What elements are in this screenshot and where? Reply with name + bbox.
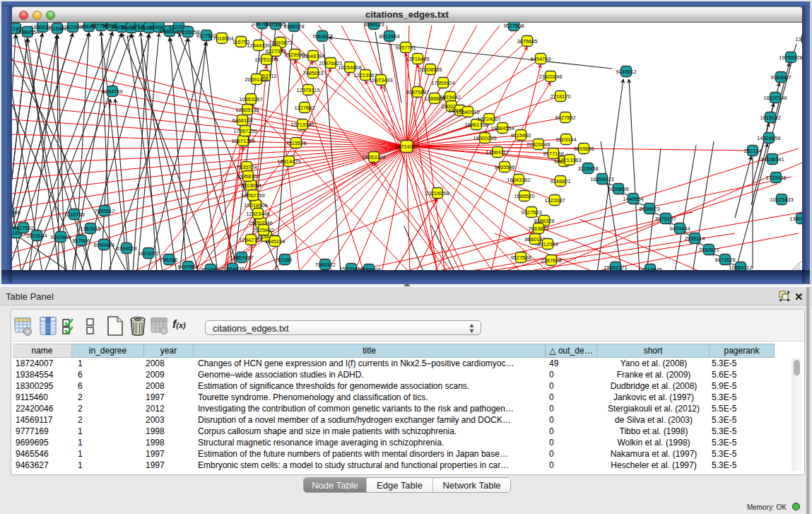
svg-text:16154808: 16154808 xyxy=(338,64,361,71)
svg-text:12375115: 12375115 xyxy=(297,87,320,93)
svg-text:2935114: 2935114 xyxy=(685,235,705,242)
svg-text:8813054: 8813054 xyxy=(240,182,261,189)
svg-text:10653267: 10653267 xyxy=(239,96,262,103)
svg-text:12823446: 12823446 xyxy=(246,211,269,217)
svg-text:9457791: 9457791 xyxy=(395,45,416,51)
svg-text:21364436: 21364436 xyxy=(220,266,244,271)
svg-text:13495794: 13495794 xyxy=(789,216,802,222)
svg-text:817006: 817006 xyxy=(72,238,90,244)
svg-text:9465546: 9465546 xyxy=(494,164,514,170)
svg-text:16782759: 16782759 xyxy=(241,192,264,199)
svg-text:14524856: 14524856 xyxy=(757,135,780,141)
svg-text:12093873: 12093873 xyxy=(269,40,292,46)
svg-text:9474444: 9474444 xyxy=(669,226,690,232)
svg-text:8454749: 8454749 xyxy=(102,88,122,95)
svg-text:9242848: 9242848 xyxy=(50,234,71,240)
svg-text:8427552: 8427552 xyxy=(13,225,33,231)
svg-text:8454749: 8454749 xyxy=(530,56,551,62)
svg-text:16914479: 16914479 xyxy=(277,158,300,165)
svg-text:1733426: 1733426 xyxy=(765,175,786,181)
svg-text:8660123: 8660123 xyxy=(363,23,384,28)
svg-text:8912954: 8912954 xyxy=(379,33,399,40)
svg-text:6497568: 6497568 xyxy=(177,264,198,270)
svg-text:7955812: 7955812 xyxy=(94,208,114,214)
svg-text:16543362: 16543362 xyxy=(507,177,530,183)
svg-text:1322037: 1322037 xyxy=(544,197,565,204)
svg-text:9227343: 9227343 xyxy=(265,48,286,54)
svg-text:23420046: 23420046 xyxy=(539,74,562,80)
svg-text:9146821: 9146821 xyxy=(550,178,570,185)
svg-text:9327503: 9327503 xyxy=(521,209,541,216)
svg-text:23420046: 23420046 xyxy=(12,209,20,216)
svg-text:14136141: 14136141 xyxy=(760,156,784,163)
svg-text:20691406: 20691406 xyxy=(245,76,268,83)
svg-text:90975887: 90975887 xyxy=(406,89,429,95)
svg-text:10671355: 10671355 xyxy=(231,138,254,144)
svg-text:13716485: 13716485 xyxy=(406,56,429,62)
svg-text:9515442: 9515442 xyxy=(440,94,460,100)
svg-text:252214: 252214 xyxy=(743,148,761,154)
svg-text:7835724: 7835724 xyxy=(236,164,257,170)
svg-text:16654923: 16654923 xyxy=(590,176,613,182)
svg-text:3875685: 3875685 xyxy=(517,38,537,45)
svg-text:2803144: 2803144 xyxy=(555,136,576,143)
svg-text:19384554: 19384554 xyxy=(490,125,514,132)
svg-text:16120746: 16120746 xyxy=(763,95,787,101)
svg-text:17957255: 17957255 xyxy=(233,128,257,134)
svg-text:10025433: 10025433 xyxy=(770,197,793,203)
svg-text:6879197: 6879197 xyxy=(655,216,676,222)
svg-text:20206535: 20206535 xyxy=(418,66,442,73)
svg-text:10807487: 10807487 xyxy=(230,255,253,261)
svg-text:7986322: 7986322 xyxy=(314,262,335,268)
svg-text:7663822: 7663822 xyxy=(312,33,332,40)
svg-text:9084067: 9084067 xyxy=(770,74,791,81)
svg-text:3875685: 3875685 xyxy=(265,23,286,28)
svg-text:8186328: 8186328 xyxy=(283,23,304,30)
svg-text:9115460: 9115460 xyxy=(511,132,531,139)
svg-text:1621072: 1621072 xyxy=(138,250,158,257)
svg-text:62160: 62160 xyxy=(278,257,293,263)
svg-text:6794028: 6794028 xyxy=(116,245,136,252)
svg-text:1440954: 1440954 xyxy=(623,196,643,202)
svg-text:10973493: 10973493 xyxy=(369,77,392,83)
svg-text:18300295: 18300295 xyxy=(473,135,496,141)
svg-text:15751074: 15751074 xyxy=(254,57,278,63)
svg-text:18724007: 18724007 xyxy=(395,144,418,150)
svg-text:8990443: 8990443 xyxy=(93,242,114,248)
svg-text:1588520: 1588520 xyxy=(514,193,534,199)
svg-text:10958107: 10958107 xyxy=(236,173,259,180)
svg-text:3215958: 3215958 xyxy=(577,165,598,172)
svg-text:19756928: 19756928 xyxy=(779,54,802,61)
svg-text:9245612: 9245612 xyxy=(616,69,636,75)
svg-text:22420046: 22420046 xyxy=(526,141,550,148)
svg-text:16210645: 16210645 xyxy=(638,267,661,271)
svg-text:14569117: 14569117 xyxy=(486,149,510,156)
svg-text:7485063: 7485063 xyxy=(302,70,323,76)
svg-text:16648784: 16648784 xyxy=(301,53,324,59)
svg-text:12505135: 12505135 xyxy=(235,107,259,113)
svg-text:10719155: 10719155 xyxy=(290,122,314,128)
svg-text:8427552: 8427552 xyxy=(555,115,575,121)
svg-text:1327602: 1327602 xyxy=(294,105,314,111)
svg-text:6939695: 6939695 xyxy=(608,186,628,192)
svg-text:7625402: 7625402 xyxy=(253,227,273,233)
svg-text:1615132: 1615132 xyxy=(760,115,780,121)
svg-text:7515526: 7515526 xyxy=(286,140,306,146)
svg-text:7663822: 7663822 xyxy=(528,226,548,232)
svg-text:16053309: 16053309 xyxy=(362,154,385,160)
svg-text:6466160: 6466160 xyxy=(232,117,252,124)
svg-text:7632621: 7632621 xyxy=(698,247,719,253)
svg-text:18724007: 18724007 xyxy=(477,116,500,122)
svg-text:8912954: 8912954 xyxy=(537,241,558,247)
svg-text:19218906: 19218906 xyxy=(244,202,267,209)
svg-text:15640910: 15640910 xyxy=(456,109,479,115)
svg-text:2803144: 2803144 xyxy=(26,233,47,239)
svg-text:23226058: 23226058 xyxy=(425,190,449,197)
svg-text:9527508: 9527508 xyxy=(503,23,524,29)
svg-text:1145194: 1145194 xyxy=(265,238,286,245)
svg-text:1362615: 1362615 xyxy=(80,226,100,232)
svg-text:10654112: 10654112 xyxy=(729,264,753,271)
svg-text:9527508: 9527508 xyxy=(510,255,531,261)
svg-text:1010755: 1010755 xyxy=(64,211,84,218)
svg-text:17359924: 17359924 xyxy=(431,80,454,86)
